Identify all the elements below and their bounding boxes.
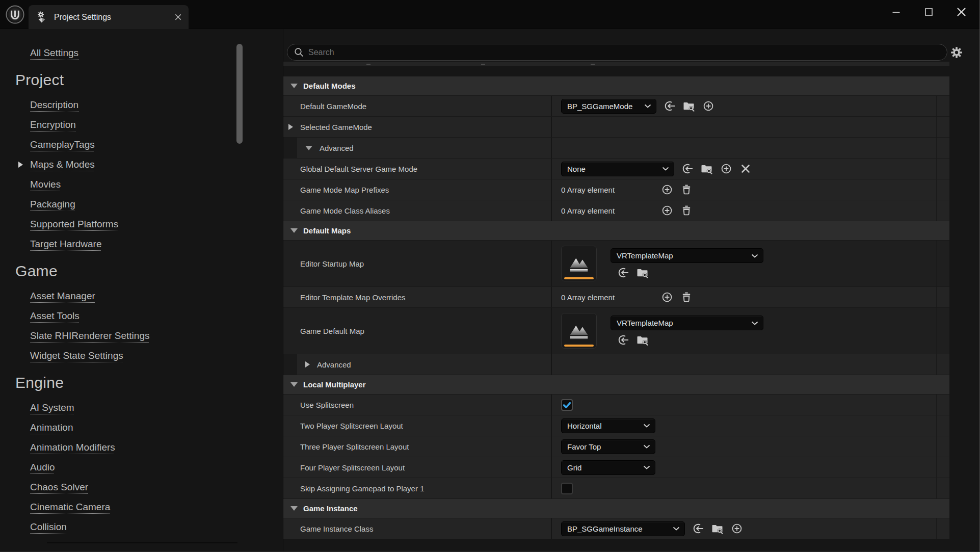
collapse-arrow-icon[interactable] xyxy=(305,146,312,150)
game-instance-class-dropdown[interactable]: BP_SGGameInstance xyxy=(561,521,685,536)
row-default-gamemode: Default GameMode BP_SGGameMode xyxy=(283,96,949,117)
expand-arrow-icon[interactable] xyxy=(288,124,293,130)
map-thumbnail[interactable] xyxy=(561,246,597,281)
sidebar-item-slate-rhirenderer[interactable]: Slate RHIRenderer Settings xyxy=(0,326,283,346)
section-header-local-multiplayer[interactable]: Local Multiplayer xyxy=(283,375,949,395)
sidebar-item-animation-modifiers[interactable]: Animation Modifiers xyxy=(0,437,283,457)
sidebar-item-packaging[interactable]: Packaging xyxy=(0,194,283,214)
expand-arrow-icon[interactable] xyxy=(305,361,310,367)
search-input[interactable] xyxy=(308,48,941,57)
collapse-arrow-icon xyxy=(290,506,298,511)
sidebar-item-encryption[interactable]: Encryption xyxy=(0,115,283,135)
default-gamemode-dropdown[interactable]: BP_SGGameMode xyxy=(561,99,656,114)
clear-icon[interactable] xyxy=(739,163,752,175)
sidebar-section-engine: Engine xyxy=(0,372,283,394)
sidebar-item-asset-tools[interactable]: Asset Tools xyxy=(0,306,283,326)
sidebar-item-maps-and-modes[interactable]: Maps & Modes xyxy=(0,154,283,174)
row-advanced-maps[interactable]: Advanced xyxy=(283,354,949,375)
indent-guide xyxy=(283,354,297,375)
row-three-player-splitscreen: Three Player Splitscreen Layout Favor To… xyxy=(283,436,949,457)
three-player-layout-dropdown[interactable]: Favor Top xyxy=(561,439,655,454)
close-button[interactable] xyxy=(952,3,970,21)
project-settings-tab-icon xyxy=(36,11,48,23)
chevron-down-icon xyxy=(751,254,758,258)
row-use-splitscreen: Use Splitscreen xyxy=(283,395,949,415)
settings-sidebar: All Settings Project Description Encrypt… xyxy=(0,29,283,551)
level-mountains-icon xyxy=(567,319,591,343)
sidebar-item-gameplaytags[interactable]: GameplayTags xyxy=(0,135,283,154)
project-settings-window: Project Settings All Settings Project xyxy=(0,0,980,552)
browse-to-asset-icon[interactable] xyxy=(683,100,695,112)
sidebar-item-cinematic-camera[interactable]: Cinematic Camera xyxy=(0,497,283,517)
array-count: 0 Array element xyxy=(561,293,654,302)
row-game-instance-class: Game Instance Class BP_SGGameInstance xyxy=(283,518,949,539)
skip-gamepad-checkbox[interactable] xyxy=(561,483,573,494)
sidebar-item-animation[interactable]: Animation xyxy=(0,417,283,437)
sidebar-item-asset-manager[interactable]: Asset Manager xyxy=(0,286,283,306)
add-icon[interactable] xyxy=(661,183,673,196)
add-icon[interactable] xyxy=(731,522,743,535)
array-count: 0 Array element xyxy=(561,206,654,215)
browse-to-asset-icon[interactable] xyxy=(637,267,649,279)
sidebar-item-description[interactable]: Description xyxy=(0,95,283,115)
use-selected-asset-icon[interactable] xyxy=(681,163,694,175)
checkmark-icon xyxy=(562,400,572,410)
row-skip-assigning-gamepad: Skip Assigning Gamepad to Player 1 xyxy=(283,478,949,499)
search-bar[interactable] xyxy=(287,44,947,61)
sidebar-item-all-settings[interactable]: All Settings xyxy=(30,47,78,59)
delete-icon[interactable] xyxy=(680,183,693,196)
row-selected-gamemode[interactable]: Selected GameMode xyxy=(283,117,949,138)
add-icon[interactable] xyxy=(661,204,673,217)
sidebar-item-ai-system[interactable]: AI System xyxy=(0,398,283,417)
minimize-button[interactable] xyxy=(887,3,905,21)
section-header-game-instance[interactable]: Game Instance xyxy=(283,499,949,518)
map-thumbnail[interactable] xyxy=(561,313,597,349)
tab-close-icon[interactable] xyxy=(175,14,181,20)
section-header-default-modes[interactable]: Default Modes xyxy=(283,76,949,96)
delete-icon[interactable] xyxy=(680,291,693,303)
browse-to-asset-icon[interactable] xyxy=(711,522,724,535)
row-two-player-splitscreen: Two Player Splitscreen Layout Horizontal xyxy=(283,415,949,436)
use-selected-asset-icon[interactable] xyxy=(692,522,704,535)
sidebar-item-audio[interactable]: Audio xyxy=(0,457,283,477)
four-player-layout-dropdown[interactable]: Grid xyxy=(561,460,655,475)
row-editor-startup-map: Editor Startup Map VRTemplateMap xyxy=(283,241,949,287)
browse-to-asset-icon[interactable] xyxy=(701,163,713,175)
row-game-mode-map-prefixes: Game Mode Map Prefixes 0 Array element xyxy=(283,179,949,200)
add-icon[interactable] xyxy=(720,163,732,175)
window-controls xyxy=(887,0,979,23)
sidebar-item-movies[interactable]: Movies xyxy=(0,174,283,194)
two-player-layout-dropdown[interactable]: Horizontal xyxy=(561,418,655,433)
collapse-arrow-icon xyxy=(290,228,298,233)
sidebar-item-widget-state[interactable]: Widget State Settings xyxy=(0,346,283,365)
sidebar-divider xyxy=(47,542,237,543)
section-header-default-maps[interactable]: Default Maps xyxy=(283,221,949,241)
sidebar-item-collision[interactable]: Collision xyxy=(0,517,283,537)
sidebar-item-supported-platforms[interactable]: Supported Platforms xyxy=(0,214,283,234)
row-game-mode-class-aliases: Game Mode Class Aliases 0 Array element xyxy=(283,200,949,221)
chevron-down-icon xyxy=(673,527,680,531)
game-default-map-dropdown[interactable]: VRTemplateMap xyxy=(611,316,763,330)
sidebar-item-chaos-solver[interactable]: Chaos Solver xyxy=(0,477,283,497)
collapse-arrow-icon xyxy=(290,84,298,88)
delete-icon[interactable] xyxy=(680,204,693,217)
collapse-arrow-icon xyxy=(290,382,298,387)
maximize-button[interactable] xyxy=(919,3,938,21)
global-server-gamemode-dropdown[interactable]: None xyxy=(561,162,674,176)
add-icon[interactable] xyxy=(661,291,673,303)
browse-to-asset-icon[interactable] xyxy=(637,334,649,346)
use-selected-asset-icon[interactable] xyxy=(617,267,629,279)
chevron-down-icon xyxy=(751,321,758,325)
use-selected-asset-icon[interactable] xyxy=(617,334,629,346)
titlebar: Project Settings xyxy=(0,0,979,29)
chevron-down-icon xyxy=(643,424,650,428)
add-icon[interactable] xyxy=(702,100,714,112)
settings-gear-icon[interactable] xyxy=(950,46,963,59)
editor-startup-map-dropdown[interactable]: VRTemplateMap xyxy=(611,248,763,263)
use-splitscreen-checkbox[interactable] xyxy=(561,399,573,411)
use-selected-asset-icon[interactable] xyxy=(664,100,676,112)
sidebar-item-target-hardware[interactable]: Target Hardware xyxy=(0,234,283,254)
unreal-engine-logo xyxy=(5,5,25,24)
row-advanced-modes[interactable]: Advanced xyxy=(283,138,949,159)
tab-project-settings[interactable]: Project Settings xyxy=(29,5,189,29)
